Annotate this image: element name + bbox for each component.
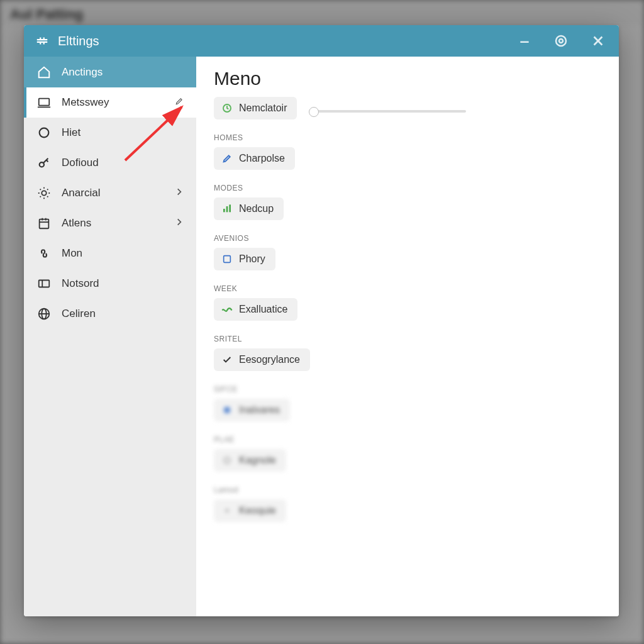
chip-label: Keoquie <box>239 505 276 516</box>
sidebar-item-label: Hiet <box>62 126 80 139</box>
svg-rect-23 <box>224 256 231 263</box>
panel-icon <box>36 276 52 291</box>
main-panel: Meno Nemclatoir HOMES Charpolse MODES <box>196 57 619 616</box>
svg-rect-24 <box>224 407 230 413</box>
svg-rect-22 <box>229 204 231 212</box>
chevron-right-icon <box>175 187 184 199</box>
globe-icon <box>36 306 52 321</box>
box-icon <box>221 404 233 416</box>
svg-rect-20 <box>223 209 225 212</box>
titlebar: Elttings <box>24 25 619 57</box>
refresh-icon <box>221 103 233 114</box>
chip-kagnole[interactable]: Kagnole <box>214 449 286 472</box>
slider[interactable] <box>309 110 466 113</box>
chip-label: Kagnole <box>239 455 276 466</box>
fade-overlay <box>196 591 619 616</box>
chip-exalluatice[interactable]: Exalluatice <box>214 298 297 321</box>
edit-square-icon <box>221 153 233 164</box>
settings-gear-button[interactable] <box>551 31 571 51</box>
dialog-title: Elttings <box>58 34 507 48</box>
svg-point-9 <box>42 191 46 195</box>
svg-rect-14 <box>39 280 50 287</box>
section-label: SRITEL <box>214 335 601 343</box>
svg-rect-10 <box>40 219 49 229</box>
sidebar-item-hiet[interactable]: Hiet <box>24 118 196 148</box>
sidebar-item-notsord[interactable]: Notsord <box>24 269 196 299</box>
svg-point-2 <box>559 39 563 43</box>
dot-icon <box>221 505 233 516</box>
home-icon <box>36 65 52 80</box>
laptop-icon <box>36 95 52 110</box>
circle-icon <box>36 125 52 140</box>
section-label: HOMES <box>214 133 601 142</box>
chip-nemclatoir[interactable]: Nemclatoir <box>214 97 297 119</box>
radio-icon <box>221 455 233 466</box>
section-label: SIFCE <box>214 385 601 394</box>
brightness-icon <box>36 186 52 201</box>
sidebar-item-atlens[interactable]: Atlens <box>24 208 196 238</box>
svg-rect-5 <box>39 99 50 106</box>
chip-phory[interactable]: Phory <box>214 248 275 270</box>
close-button[interactable] <box>589 31 608 50</box>
sidebar-item-anctings[interactable]: Anctings <box>24 57 196 87</box>
section-label: PLAE <box>214 435 601 444</box>
section-label: MODES <box>214 184 601 192</box>
sidebar-item-label: Celiren <box>62 308 96 320</box>
calendar-icon <box>36 216 52 231</box>
svg-rect-21 <box>226 206 228 212</box>
chip-eesogrylance[interactable]: Eesogrylance <box>214 348 310 371</box>
bar-chart-icon <box>221 203 233 214</box>
section-label: WEEK <box>214 284 601 293</box>
sidebar-item-label: Atlens <box>62 217 91 230</box>
sidebar-item-metsswey[interactable]: Metsswey <box>24 87 196 118</box>
sidebar-item-label: Anctings <box>62 66 103 79</box>
chip-label: Nemclatoir <box>239 103 287 114</box>
sidebar-item-label: Mon <box>62 247 82 260</box>
chip-label: Eesogrylance <box>239 354 300 365</box>
chip-keoquie[interactable]: Keoquie <box>214 499 286 522</box>
sidebar-item-label: Dofioud <box>62 157 99 169</box>
sidebar: Anctings Metsswey Hiet <box>24 57 196 616</box>
edit-icon <box>175 96 184 109</box>
chip-label: Nedcup <box>239 203 274 214</box>
square-icon <box>221 253 233 265</box>
section-label: Lamod <box>214 486 601 494</box>
app-icon <box>35 34 49 48</box>
sidebar-item-celiren[interactable]: Celiren <box>24 299 196 329</box>
svg-point-8 <box>40 162 44 167</box>
chip-label: Charpolse <box>239 153 285 164</box>
wave-icon <box>221 304 233 315</box>
section-label: AVENIOS <box>214 234 601 243</box>
key-icon <box>36 155 52 170</box>
chip-charpolse[interactable]: Charpolse <box>214 147 295 170</box>
chip-label: Exalluatice <box>239 304 287 315</box>
svg-point-25 <box>224 457 230 463</box>
svg-point-1 <box>556 36 566 46</box>
svg-point-26 <box>226 509 229 513</box>
minimize-button[interactable] <box>516 32 533 50</box>
sidebar-item-label: Metsswey <box>62 96 109 109</box>
chevron-right-icon <box>175 217 184 230</box>
chip-inalxares[interactable]: Inalxares <box>214 399 290 421</box>
sidebar-item-label: Anarcial <box>62 187 100 199</box>
check-icon <box>221 354 233 365</box>
sidebar-item-mon[interactable]: Mon <box>24 238 196 269</box>
svg-point-7 <box>40 128 49 138</box>
chip-label: Phory <box>239 253 265 265</box>
settings-dialog: Elttings Anctings <box>24 25 619 616</box>
sidebar-item-anarcial[interactable]: Anarcial <box>24 178 196 208</box>
chip-label: Inalxares <box>239 404 280 416</box>
link-icon <box>36 246 52 261</box>
sidebar-item-dofioud[interactable]: Dofioud <box>24 148 196 178</box>
page-title: Meno <box>214 68 601 89</box>
sidebar-item-label: Notsord <box>62 277 99 290</box>
chip-nedcup[interactable]: Nedcup <box>214 197 284 220</box>
